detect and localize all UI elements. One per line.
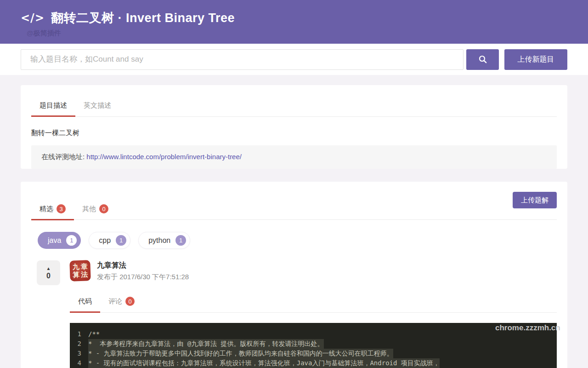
line-number: 3 — [70, 349, 88, 358]
others-count-badge: 0 — [99, 204, 108, 213]
code-block: 1 /** 2 * 本参考程序来自九章算法，由 @九章算法 提供。版权所有，转发… — [70, 323, 557, 368]
search-icon — [478, 55, 487, 64]
code-line: 4 * - 现有的面试培训课程包括：九章算法班，系统设计班，算法强化班，Java… — [70, 358, 552, 368]
problem-tabs: 题目描述 英文描述 — [31, 85, 557, 117]
code-text: * - 九章算法致力于帮助更多中国人找到好的工作，教师团队均来自硅谷和国内的一线… — [88, 349, 393, 358]
upvote-icon[interactable]: ▲ — [46, 266, 51, 271]
vote-widget[interactable]: ▲ 0 — [37, 260, 60, 285]
tab-featured-label: 精选 — [40, 205, 53, 213]
vote-count: 0 — [46, 271, 51, 280]
line-number: 2 — [70, 339, 88, 349]
avatar-text-bottom: 算法 — [71, 270, 90, 279]
judge-label: 在线评测地址: — [41, 153, 86, 161]
judge-box: 在线评测地址: http://www.lintcode.com/problem/… — [31, 145, 557, 169]
code-line: 3 * - 九章算法致力于帮助更多中国人找到好的工作，教师团队均来自硅谷和国内的… — [70, 349, 552, 358]
lang-pill-python-count: 1 — [175, 235, 186, 246]
page-title: 翻转二叉树 · Invert Binary Tree — [51, 10, 235, 26]
author-name: 九章算法 — [97, 261, 189, 270]
solutions-card: 精选 3 其他 0 上传题解 java 1 cpp 1 python — [21, 182, 567, 368]
author-row: 九章 算法 九章算法 发布于 2017/6/30 下午7:51:28 — [70, 260, 557, 282]
tab-code[interactable]: 代码 — [70, 290, 100, 312]
app-header: </> 翻转二叉树 · Invert Binary Tree @极简插件 — [0, 0, 588, 44]
lang-pill-java[interactable]: java 1 — [38, 232, 81, 249]
language-filter: java 1 cpp 1 python 1 — [31, 220, 557, 249]
comments-count-badge: 0 — [125, 297, 135, 306]
tab-code-label: 代码 — [78, 297, 92, 306]
lang-pill-java-count: 1 — [66, 235, 77, 246]
solutions-tabs: 精选 3 其他 0 — [31, 192, 117, 220]
search-input[interactable] — [21, 49, 464, 70]
tab-comments-label: 评论 — [108, 297, 122, 306]
tab-comments[interactable]: 评论 0 — [100, 290, 143, 312]
upload-problem-button[interactable]: 上传新题目 — [504, 49, 567, 70]
line-number: 4 — [70, 358, 88, 368]
lang-pill-python[interactable]: python 1 — [138, 232, 190, 249]
problem-description: 翻转一棵二叉树 — [31, 117, 557, 138]
lang-pill-python-label: python — [148, 236, 170, 245]
problem-card: 题目描述 英文描述 翻转一棵二叉树 在线评测地址: http://www.lin… — [21, 85, 567, 169]
code-icon: </> — [21, 12, 45, 24]
header-watermark: @极简插件 — [27, 29, 61, 38]
lang-pill-java-label: java — [48, 236, 61, 245]
solution-item: ▲ 0 九章 算法 九章算法 发布于 2017/6/30 下午7:51:28 — [31, 249, 557, 368]
upload-solution-button[interactable]: 上传题解 — [513, 192, 557, 208]
code-line: 2 * 本参考程序来自九章算法，由 @九章算法 提供。版权所有，转发请注明出处。 — [70, 339, 552, 349]
avatar: 九章 算法 — [69, 260, 91, 282]
solution-content: 九章 算法 九章算法 发布于 2017/6/30 下午7:51:28 代码 评论… — [70, 260, 557, 368]
search-button[interactable] — [466, 49, 499, 70]
avatar-text-top: 九章 — [71, 263, 89, 271]
solutions-card-head: 精选 3 其他 0 上传题解 — [31, 182, 557, 220]
lang-pill-cpp[interactable]: cpp 1 — [89, 232, 130, 249]
code-text: * - 现有的面试培训课程包括：九章算法班，系统设计班，算法强化班，Java入门… — [88, 358, 440, 368]
judge-link[interactable]: http://www.lintcode.com/problem/invert-b… — [86, 153, 242, 161]
code-line: 1 /** — [70, 329, 552, 339]
search-bar: 上传新题目 — [0, 44, 588, 75]
line-number: 1 — [70, 329, 88, 339]
tab-others[interactable]: 其他 0 — [74, 197, 117, 220]
featured-count-badge: 3 — [57, 204, 66, 213]
code-text: /** — [88, 329, 100, 339]
lang-pill-cpp-label: cpp — [99, 236, 111, 245]
tab-problem-description[interactable]: 题目描述 — [31, 94, 75, 116]
publish-time: 发布于 2017/6/30 下午7:51:28 — [97, 273, 189, 282]
tab-featured[interactable]: 精选 3 — [31, 197, 74, 220]
code-text: * 本参考程序来自九章算法，由 @九章算法 提供。版权所有，转发请注明出处。 — [88, 339, 324, 349]
lang-pill-cpp-count: 1 — [116, 235, 126, 246]
tab-others-label: 其他 — [82, 205, 96, 213]
author-meta: 九章算法 发布于 2017/6/30 下午7:51:28 — [97, 260, 189, 282]
solution-inner-tabs: 代码 评论 0 — [70, 290, 557, 313]
tab-english-description[interactable]: 英文描述 — [75, 94, 119, 116]
main-content: 题目描述 英文描述 翻转一棵二叉树 在线评测地址: http://www.lin… — [0, 75, 588, 368]
